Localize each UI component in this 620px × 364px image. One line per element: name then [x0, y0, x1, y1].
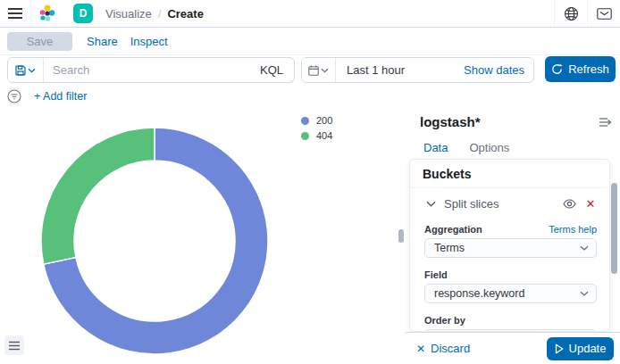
chart-legend: 200 404	[301, 115, 332, 141]
update-button[interactable]: Update	[547, 337, 614, 360]
date-picker-bar: Last 1 hour Show dates	[301, 57, 534, 83]
chevron-down-icon	[580, 291, 589, 296]
refresh-icon	[551, 63, 563, 75]
update-label: Update	[569, 342, 607, 355]
top-header: D Visualize / Create	[0, 0, 620, 28]
split-slices-row: Split slices ✕	[410, 188, 609, 216]
buckets-heading: Buckets	[410, 160, 609, 187]
chevron-down-icon[interactable]	[424, 197, 437, 210]
share-button[interactable]: Share	[87, 35, 118, 48]
chevron-down-icon	[321, 68, 329, 73]
legend-toggle-button[interactable]	[4, 335, 24, 355]
query-row: KQL Last 1 hour Show dates Refresh	[0, 55, 620, 86]
vis-editor-panel: logstash* Data Options Buckets Split sli…	[406, 107, 620, 364]
kibana-visualize-app: D Visualize / Create	[0, 0, 620, 364]
legend-item-200[interactable]: 200	[301, 115, 332, 126]
saved-query-menu-button[interactable]	[8, 58, 44, 82]
field-group: Field response.keyword	[410, 258, 609, 303]
legend-item-404[interactable]: 404	[301, 130, 332, 141]
discard-x-icon: ✕	[416, 343, 425, 355]
inspect-button[interactable]: Inspect	[130, 35, 168, 48]
legend-dot-200	[301, 117, 309, 125]
show-dates-button[interactable]: Show dates	[455, 63, 533, 77]
elastic-logo[interactable]	[30, 0, 63, 27]
donut-chart	[36, 122, 273, 360]
legend-label-200: 200	[316, 115, 332, 126]
refresh-label: Refresh	[568, 62, 609, 76]
aggregation-group: Aggregation Terms help Terms	[410, 216, 609, 258]
filter-bar: + Add filter	[0, 86, 620, 107]
legend-dot-404	[301, 132, 309, 140]
field-select[interactable]: response.keyword	[424, 284, 597, 303]
panel-scrollbar-thumb[interactable]	[611, 183, 617, 274]
menu-icon[interactable]	[0, 0, 30, 27]
legend-toggle-icon	[9, 341, 20, 351]
header-actions	[554, 0, 620, 27]
aggregation-label: Aggregation	[424, 221, 482, 238]
field-value: response.keyword	[434, 287, 580, 300]
order-by-label: Order by	[424, 312, 465, 329]
update-icon	[555, 343, 564, 354]
field-label: Field	[424, 267, 448, 284]
space-avatar[interactable]: D	[73, 4, 93, 23]
calendar-icon	[308, 65, 319, 76]
date-quick-menu-button[interactable]	[302, 58, 336, 82]
aggregation-select[interactable]: Terms	[424, 238, 597, 258]
terms-help-link[interactable]: Terms help	[549, 224, 597, 235]
discard-label: Discard	[431, 342, 470, 355]
search-input[interactable]	[44, 58, 249, 82]
refresh-button[interactable]: Refresh	[545, 56, 616, 82]
collapse-panel-icon[interactable]	[597, 114, 615, 130]
legend-label-404: 404	[316, 130, 332, 141]
breadcrumb-separator: /	[158, 7, 162, 21]
breadcrumb-create: Create	[167, 7, 203, 21]
donut-slice-404[interactable]	[41, 128, 155, 264]
save-button[interactable]: Save	[7, 32, 72, 51]
mail-icon[interactable]	[588, 0, 620, 27]
editor-footer: ✕ Discard Update	[406, 332, 620, 364]
breadcrumb: Visualize / Create	[105, 7, 204, 21]
chevron-down-icon	[28, 68, 36, 73]
chevron-down-icon	[580, 245, 589, 251]
aggregation-value: Terms	[434, 242, 580, 254]
panel-resize-handle[interactable]	[398, 229, 404, 243]
add-filter-button[interactable]: + Add filter	[34, 90, 87, 103]
breadcrumb-visualize[interactable]: Visualize	[105, 7, 152, 21]
visualize-toolbar: Save Share Inspect	[0, 28, 620, 55]
time-range-value[interactable]: Last 1 hour	[336, 63, 415, 77]
save-query-icon	[15, 65, 26, 76]
eye-icon[interactable]	[561, 196, 577, 211]
query-bar: KQL	[7, 57, 295, 83]
split-slices-label[interactable]: Split slices	[444, 197, 561, 211]
buckets-card: Buckets Split slices ✕ Aggregation	[409, 159, 610, 332]
help-icon[interactable]	[555, 0, 587, 27]
kql-button[interactable]: KQL	[249, 63, 294, 77]
remove-bucket-icon[interactable]: ✕	[582, 196, 599, 211]
filter-icon[interactable]	[2, 87, 27, 106]
discard-button[interactable]: ✕ Discard	[416, 342, 470, 355]
index-pattern-title: logstash*	[420, 114, 481, 129]
order-by-group: Order by Metric: Count	[410, 303, 609, 332]
